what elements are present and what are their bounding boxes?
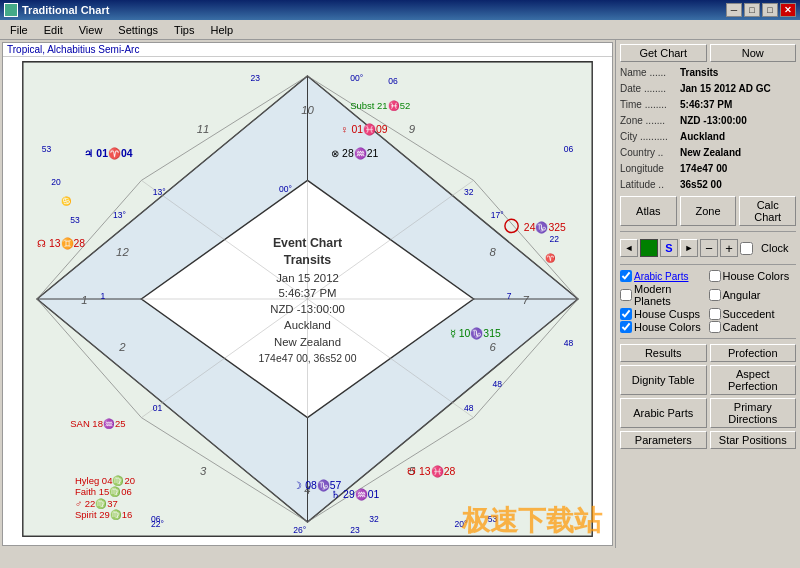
menubar: File Edit View Settings Tips Help <box>0 20 800 40</box>
date-label: Date ........ <box>620 81 680 97</box>
svg-text:♂ 22♍37: ♂ 22♍37 <box>75 498 118 510</box>
svg-text:Jan 15 2012: Jan 15 2012 <box>276 272 339 284</box>
top-buttons-row: Get Chart Now <box>620 44 796 62</box>
svg-text:♀ 01♓09: ♀ 01♓09 <box>341 123 388 136</box>
atlas-button[interactable]: Atlas <box>620 196 677 226</box>
arabic-parts-checkbox[interactable] <box>620 270 632 282</box>
svg-text:13°: 13° <box>153 187 166 197</box>
longitude-label: Longitude <box>620 161 680 177</box>
svg-text:7: 7 <box>523 294 530 306</box>
aspect-perfection-button[interactable]: Aspect Perfection <box>710 365 797 395</box>
zone-value: NZD -13:00:00 <box>680 113 747 129</box>
svg-text:3: 3 <box>200 465 207 477</box>
time-label: Time ........ <box>620 97 680 113</box>
clock-controls-row: ◄ S ► − + Clock <box>620 239 796 257</box>
parameters-star-row: Parameters Star Positions <box>620 431 796 449</box>
cadent-label: Cadent <box>723 321 758 333</box>
svg-text:2: 2 <box>118 341 126 353</box>
cadent-checkbox[interactable] <box>709 321 721 333</box>
svg-text:☊ 13♊28: ☊ 13♊28 <box>37 237 85 250</box>
watermark-text: 极速下载站 <box>462 502 602 540</box>
atlas-zone-row: Atlas Zone Calc Chart <box>620 196 796 226</box>
svg-text:Event Chart: Event Chart <box>273 236 342 250</box>
play-indicator[interactable] <box>640 239 658 257</box>
chart-area: Tropical, Alchabitius Semi-Arc <box>2 42 613 546</box>
parameters-button[interactable]: Parameters <box>620 431 707 449</box>
minimize-button[interactable]: ─ <box>726 3 742 17</box>
menu-file[interactable]: File <box>2 22 36 38</box>
primary-directions-button[interactable]: Primary Directions <box>710 398 797 428</box>
minus-button[interactable]: − <box>700 239 718 257</box>
menu-help[interactable]: Help <box>202 22 241 38</box>
svg-text:5:46:37 PM: 5:46:37 PM <box>278 287 336 299</box>
maximize-button[interactable]: □ <box>762 3 778 17</box>
titlebar: Traditional Chart ─ □ □ ✕ <box>0 0 800 20</box>
clock-checkbox[interactable] <box>740 242 753 255</box>
app-icon <box>4 3 18 17</box>
now-button[interactable]: Now <box>710 44 797 62</box>
country-value: New Zealand <box>680 145 741 161</box>
arabic-parts-btn[interactable]: Arabic Parts <box>620 398 707 428</box>
svg-text:20: 20 <box>51 177 61 187</box>
svg-text:Spirit 29♍16: Spirit 29♍16 <box>75 509 132 521</box>
svg-text:53: 53 <box>42 144 52 154</box>
modern-planets-label: Modern Planets <box>634 283 708 307</box>
close-button[interactable]: ✕ <box>780 3 796 17</box>
date-row: Date ........ Jan 15 2012 AD GC <box>620 81 796 97</box>
calc-chart-button[interactable]: Calc Chart <box>739 196 796 226</box>
house-colors2-checkbox[interactable] <box>620 321 632 333</box>
svg-text:06: 06 <box>151 514 161 524</box>
svg-text:22: 22 <box>550 234 560 244</box>
s-button[interactable]: S <box>660 239 678 257</box>
svg-text:48: 48 <box>564 338 574 348</box>
svg-text:⊗ 28♒21: ⊗ 28♒21 <box>331 147 378 160</box>
svg-text:6: 6 <box>489 341 496 353</box>
menu-edit[interactable]: Edit <box>36 22 71 38</box>
get-chart-button[interactable]: Get Chart <box>620 44 707 62</box>
prev-button[interactable]: ◄ <box>620 239 638 257</box>
menu-tips[interactable]: Tips <box>166 22 202 38</box>
svg-text:32: 32 <box>464 187 474 197</box>
svg-text:23: 23 <box>350 525 360 535</box>
zone-button[interactable]: Zone <box>680 196 737 226</box>
main-content: Tropical, Alchabitius Semi-Arc <box>0 40 800 548</box>
house-colors-checkbox[interactable] <box>709 270 721 282</box>
name-row: Name ...... Transits <box>620 65 796 81</box>
star-positions-button[interactable]: Star Positions <box>710 431 797 449</box>
menu-view[interactable]: View <box>71 22 111 38</box>
restore-button[interactable]: □ <box>744 3 760 17</box>
time-row: Time ........ 5:46:37 PM <box>620 97 796 113</box>
house-cusps-check-row: House Cusps <box>620 308 708 320</box>
house-cusps-label: House Cusps <box>634 308 700 320</box>
svg-text:Subst 21♓52: Subst 21♓52 <box>350 100 410 112</box>
date-value: Jan 15 2012 AD GC <box>680 81 771 97</box>
city-label: City .......... <box>620 129 680 145</box>
svg-text:00°: 00° <box>350 73 363 83</box>
angular-checkbox[interactable] <box>709 289 721 301</box>
latitude-value: 36s52 00 <box>680 177 722 193</box>
arabic-parts-link[interactable]: Arabic Parts <box>634 271 688 282</box>
plus-button[interactable]: + <box>720 239 738 257</box>
svg-text:Hyleg 04♍20: Hyleg 04♍20 <box>75 475 135 487</box>
svg-text:Faith 15♍06: Faith 15♍06 <box>75 486 132 498</box>
arabic-primary-row: Arabic Parts Primary Directions <box>620 398 796 428</box>
modern-planets-checkbox[interactable] <box>620 289 632 301</box>
svg-text:23: 23 <box>251 73 261 83</box>
dignity-table-button[interactable]: Dignity Table <box>620 365 707 395</box>
svg-text:11: 11 <box>197 123 210 135</box>
clock-label: Clock <box>761 242 789 254</box>
menu-settings[interactable]: Settings <box>110 22 166 38</box>
svg-text:48: 48 <box>464 403 474 413</box>
house-cusps-checkbox[interactable] <box>620 308 632 320</box>
angular-check-row: Angular <box>709 283 797 307</box>
window-title: Traditional Chart <box>22 4 726 16</box>
svg-text:♋: ♋ <box>61 196 72 207</box>
arabic-parts-check-row: Arabic Parts <box>620 270 708 282</box>
longitude-value: 174e47 00 <box>680 161 727 177</box>
succedent-checkbox[interactable] <box>709 308 721 320</box>
profection-button[interactable]: Profection <box>710 344 797 362</box>
next-button[interactable]: ► <box>680 239 698 257</box>
info-bar: Tropical, Alchabitius Semi-Arc <box>3 43 612 57</box>
chart-info-table: Name ...... Transits Date ........ Jan 1… <box>620 65 796 193</box>
results-button[interactable]: Results <box>620 344 707 362</box>
